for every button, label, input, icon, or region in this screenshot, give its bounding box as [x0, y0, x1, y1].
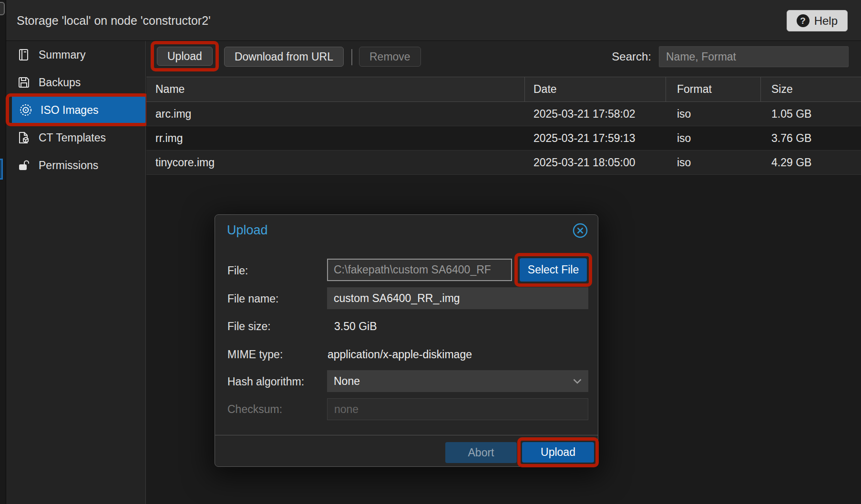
sidebar-item-ct-templates[interactable]: CT Templates: [6, 124, 145, 151]
cell-date: 2025-03-21 18:05:00: [525, 156, 666, 169]
panel-header: Storage 'local' on node 'constructor2' ?…: [6, 0, 861, 41]
cell-format: iso: [666, 132, 761, 145]
checksum-input[interactable]: [327, 398, 588, 420]
file-cube-icon: [17, 131, 31, 144]
sidebar-item-label: CT Templates: [39, 131, 106, 144]
cell-date: 2025-03-21 17:58:02: [525, 108, 666, 121]
clipped-tree-selection-fragment: [0, 159, 3, 180]
column-header-format[interactable]: Format: [666, 77, 761, 101]
cell-size: 3.76 GB: [761, 132, 861, 145]
file-name-input[interactable]: [327, 287, 588, 309]
hash-algorithm-select[interactable]: None: [327, 370, 588, 392]
table-row[interactable]: tinycore.img 2025-03-21 18:05:00 iso 4.2…: [146, 151, 861, 175]
sidebar-item-iso-images[interactable]: ISO Images: [12, 96, 145, 124]
annotation-select-file-button: Select File: [514, 253, 592, 287]
cell-name: rr.img: [146, 132, 525, 145]
sidebar-item-summary[interactable]: Summary: [6, 41, 145, 69]
search-area: Search:: [612, 46, 849, 67]
question-mark-icon: ?: [797, 14, 810, 27]
file-name-label: File name:: [227, 292, 278, 305]
annotation-dialog-upload-button: Upload: [517, 437, 599, 467]
hash-algorithm-label: Hash algorithm:: [227, 375, 304, 388]
file-label: File:: [227, 264, 248, 277]
sidebar-item-permissions[interactable]: Permissions: [6, 151, 145, 179]
column-header-size[interactable]: Size: [761, 77, 861, 101]
cell-format: iso: [666, 156, 761, 169]
dialog-footer-divider: [215, 435, 598, 435]
mime-type-value: application/x-apple-diskimage: [328, 348, 472, 361]
cd-disc-icon: [19, 103, 32, 117]
chevron-down-icon: [573, 379, 582, 384]
abort-button[interactable]: Abort: [445, 442, 517, 463]
dialog-upload-button[interactable]: Upload: [522, 442, 594, 463]
toolbar: Upload Download from URL Remove Search:: [146, 41, 861, 77]
column-header-name[interactable]: Name: [146, 77, 525, 101]
help-button[interactable]: ? Help: [787, 10, 848, 31]
checksum-label: Checksum:: [227, 403, 282, 416]
storage-panel: Storage 'local' on node 'constructor2' ?…: [0, 0, 861, 504]
upload-button[interactable]: Upload: [157, 47, 213, 66]
book-icon: [17, 48, 31, 61]
remove-button[interactable]: Remove: [359, 47, 421, 67]
cell-name: arc.img: [146, 108, 525, 121]
clipped-button-fragment: [0, 2, 5, 15]
cell-date: 2025-03-21 17:59:13: [525, 132, 666, 145]
search-input[interactable]: [659, 46, 849, 67]
table-header-row: Name Date Format Size: [146, 77, 861, 102]
sidebar-item-label: Permissions: [39, 159, 98, 172]
select-file-button[interactable]: Select File: [520, 258, 587, 282]
sidebar-item-backups[interactable]: Backups: [6, 69, 145, 96]
cell-size: 1.05 GB: [761, 108, 861, 121]
table-row[interactable]: rr.img 2025-03-21 17:59:13 iso 3.76 GB: [146, 126, 861, 151]
column-header-date[interactable]: Date: [525, 77, 666, 101]
annotation-upload-toolbar-button: Upload: [151, 41, 219, 71]
file-size-label: File size:: [227, 320, 271, 333]
sidebar-item-label: Summary: [39, 49, 85, 61]
mime-type-label: MIME type:: [227, 348, 283, 361]
cell-format: iso: [666, 108, 761, 121]
outer-ui-edge-strip: [0, 0, 6, 504]
search-label: Search:: [612, 50, 651, 63]
cell-name: tinycore.img: [146, 156, 525, 169]
table-row[interactable]: arc.img 2025-03-21 17:58:02 iso 1.05 GB: [146, 102, 861, 126]
download-from-url-button[interactable]: Download from URL: [224, 47, 344, 67]
unlock-icon: [17, 159, 31, 172]
floppy-disk-icon: [17, 76, 31, 89]
file-size-value: 3.50 GiB: [334, 320, 377, 333]
sidebar-item-label: ISO Images: [41, 104, 98, 117]
toolbar-separator: [351, 49, 352, 65]
close-icon[interactable]: [572, 222, 589, 239]
table-body: arc.img 2025-03-21 17:58:02 iso 1.05 GB …: [146, 102, 861, 175]
sidebar: Summary Backups ISO Images: [6, 41, 146, 504]
dialog-title: Upload: [227, 223, 268, 238]
hash-algorithm-value: None: [334, 375, 360, 388]
cell-size: 4.29 GB: [761, 156, 861, 169]
iso-images-table: Name Date Format Size arc.img 2025-03-21…: [146, 77, 861, 175]
sidebar-item-label: Backups: [39, 76, 81, 89]
upload-dialog: Upload File: Select File File name: File…: [215, 214, 598, 467]
help-button-label: Help: [814, 14, 838, 28]
page-title: Storage 'local' on node 'constructor2': [17, 13, 211, 27]
file-path-input[interactable]: [327, 259, 512, 281]
